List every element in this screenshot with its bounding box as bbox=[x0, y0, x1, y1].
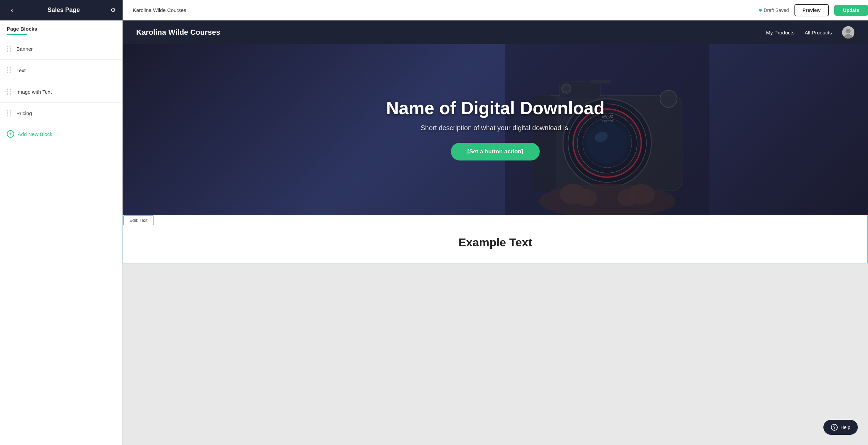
svg-point-24 bbox=[628, 184, 655, 204]
page-title: Sales Page bbox=[22, 6, 105, 14]
banner-cta-button[interactable]: [Set a button action] bbox=[451, 143, 539, 160]
example-text-title: Example Text bbox=[137, 236, 854, 249]
banner-content: Name of Digital Download Short descripti… bbox=[386, 98, 604, 160]
preview-site-title: Karolina Wilde Courses bbox=[136, 28, 766, 37]
svg-point-14 bbox=[660, 90, 677, 107]
more-options-banner[interactable]: ⋮ bbox=[107, 44, 115, 53]
site-name: Karolina Wilde Courses bbox=[133, 7, 186, 13]
drag-handle-pricing[interactable] bbox=[7, 110, 12, 116]
sidebar: Page Blocks Banner ⋮ Text ⋮ bbox=[0, 20, 123, 445]
more-options-pricing[interactable]: ⋮ bbox=[107, 109, 115, 118]
drag-handle-banner[interactable] bbox=[7, 46, 12, 52]
help-label: Help bbox=[840, 425, 850, 430]
edit-section-content: Example Text bbox=[123, 215, 867, 263]
sidebar-item-text[interactable]: Text ⋮ bbox=[0, 60, 122, 81]
draft-status: Draft Saved bbox=[759, 7, 789, 13]
draft-status-text: Draft Saved bbox=[764, 7, 789, 13]
sidebar-item-label-banner: Banner bbox=[16, 46, 102, 52]
help-circle-icon: ? bbox=[831, 424, 838, 431]
banner-title: Name of Digital Download bbox=[386, 98, 604, 118]
sidebar-item-pricing[interactable]: Pricing ⋮ bbox=[0, 103, 122, 124]
add-block-label: Add New Block bbox=[18, 131, 52, 137]
page-blocks-header: Page Blocks bbox=[0, 20, 122, 32]
edit-tab[interactable]: Edit: Text bbox=[123, 215, 154, 225]
draft-dot-icon bbox=[759, 9, 762, 12]
edit-text-section: Edit: Text Example Text bbox=[123, 215, 868, 263]
more-options-text[interactable]: ⋮ bbox=[107, 66, 115, 75]
add-new-block-button[interactable]: + Add New Block bbox=[0, 124, 122, 144]
preview-nav-links: My Products All Products bbox=[766, 26, 854, 39]
svg-rect-13 bbox=[590, 80, 611, 83]
settings-button[interactable]: ⚙ bbox=[110, 6, 116, 14]
sidebar-item-label-pricing: Pricing bbox=[16, 110, 102, 116]
preview-area: Karolina Wilde Courses My Products All P… bbox=[123, 20, 868, 445]
sidebar-item-image-with-text[interactable]: Image with Text ⋮ bbox=[0, 81, 122, 103]
update-button[interactable]: Update bbox=[834, 5, 868, 16]
topbar-right: Karolina Wilde Courses Draft Saved Previ… bbox=[129, 4, 868, 16]
avatar[interactable] bbox=[842, 26, 854, 39]
nav-link-my-products[interactable]: My Products bbox=[766, 30, 794, 35]
help-button[interactable]: ? Help bbox=[823, 420, 858, 435]
sidebar-underline bbox=[7, 34, 27, 35]
banner-subtitle: Short description of what your digital d… bbox=[386, 124, 604, 132]
sidebar-item-label-image-with-text: Image with Text bbox=[16, 89, 102, 95]
banner-section: EW-82 ø 82mm Name of Digital Download Sh… bbox=[123, 44, 868, 215]
preview-button[interactable]: Preview bbox=[794, 4, 829, 16]
svg-point-1 bbox=[846, 29, 851, 33]
drag-handle-text[interactable] bbox=[7, 67, 12, 73]
svg-point-19 bbox=[564, 86, 569, 91]
preview-navbar: Karolina Wilde Courses My Products All P… bbox=[123, 20, 868, 44]
sidebar-header-bar: ‹ Sales Page ⚙ bbox=[0, 0, 123, 20]
back-button[interactable]: ‹ bbox=[7, 5, 17, 15]
svg-point-22 bbox=[577, 189, 597, 206]
sidebar-item-label-text: Text bbox=[16, 67, 102, 73]
add-circle-icon: + bbox=[7, 130, 14, 138]
nav-link-all-products[interactable]: All Products bbox=[805, 30, 832, 35]
drag-handle-image-with-text[interactable] bbox=[7, 89, 12, 95]
more-options-image-with-text[interactable]: ⋮ bbox=[107, 87, 115, 96]
sidebar-item-banner[interactable]: Banner ⋮ bbox=[0, 38, 122, 60]
